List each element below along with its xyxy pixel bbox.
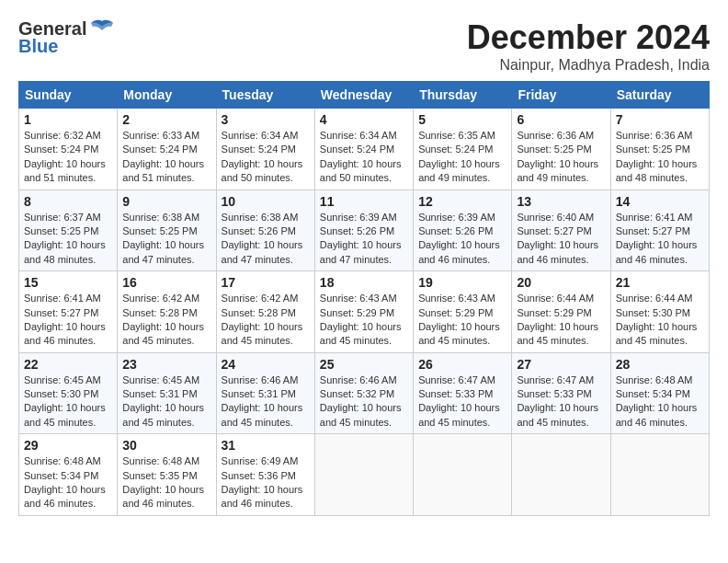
calendar-day-cell: 27 Sunrise: 6:47 AM Sunset: 5:33 PM Dayl… xyxy=(512,352,610,434)
daylight-text: Daylight: 10 hours and 45 minutes. xyxy=(320,321,402,346)
daylight-text: Daylight: 10 hours and 46 minutes. xyxy=(616,402,698,427)
sunrise-text: Sunrise: 6:43 AM xyxy=(320,293,397,304)
sunrise-text: Sunrise: 6:37 AM xyxy=(24,212,101,223)
sunset-text: Sunset: 5:27 PM xyxy=(517,225,591,236)
calendar-day-cell: 1 Sunrise: 6:32 AM Sunset: 5:24 PM Dayli… xyxy=(19,109,118,190)
daylight-text: Daylight: 10 hours and 46 minutes. xyxy=(122,484,204,509)
sunrise-text: Sunrise: 6:39 AM xyxy=(418,212,495,223)
sunrise-text: Sunrise: 6:49 AM xyxy=(222,455,299,466)
sunrise-text: Sunrise: 6:39 AM xyxy=(320,212,397,223)
sunset-text: Sunset: 5:29 PM xyxy=(517,307,591,318)
day-number: 8 xyxy=(24,194,112,209)
calendar-day-cell: 22 Sunrise: 6:45 AM Sunset: 5:30 PM Dayl… xyxy=(19,352,118,434)
calendar-day-cell: 31 Sunrise: 6:49 AM Sunset: 5:36 PM Dayl… xyxy=(216,434,314,516)
sunset-text: Sunset: 5:32 PM xyxy=(320,388,394,399)
calendar-day-cell xyxy=(314,434,413,516)
day-number: 18 xyxy=(320,275,408,290)
col-saturday: Saturday xyxy=(610,82,709,109)
day-number: 5 xyxy=(418,112,506,127)
sunrise-text: Sunrise: 6:33 AM xyxy=(122,130,199,141)
daylight-text: Daylight: 10 hours and 45 minutes. xyxy=(24,402,106,427)
col-monday: Monday xyxy=(118,82,216,109)
sunset-text: Sunset: 5:30 PM xyxy=(24,388,98,399)
daylight-text: Daylight: 10 hours and 46 minutes. xyxy=(517,239,598,264)
calendar-day-cell: 16 Sunrise: 6:42 AM Sunset: 5:28 PM Dayl… xyxy=(118,271,216,353)
day-number: 13 xyxy=(517,194,605,209)
calendar-table: Sunday Monday Tuesday Wednesday Thursday… xyxy=(18,81,710,516)
sunset-text: Sunset: 5:34 PM xyxy=(616,388,690,399)
calendar-day-cell: 2 Sunrise: 6:33 AM Sunset: 5:24 PM Dayli… xyxy=(118,109,216,190)
daylight-text: Daylight: 10 hours and 45 minutes. xyxy=(122,402,204,427)
day-number: 10 xyxy=(222,194,310,209)
daylight-text: Daylight: 10 hours and 47 minutes. xyxy=(320,239,402,264)
calendar-day-cell: 25 Sunrise: 6:46 AM Sunset: 5:32 PM Dayl… xyxy=(314,352,413,434)
daylight-text: Daylight: 10 hours and 49 minutes. xyxy=(418,158,500,183)
location-subtitle: Nainpur, Madhya Pradesh, India xyxy=(467,57,710,74)
sunset-text: Sunset: 5:24 PM xyxy=(24,144,98,155)
daylight-text: Daylight: 10 hours and 45 minutes. xyxy=(122,321,204,346)
calendar-week-row: 29 Sunrise: 6:48 AM Sunset: 5:34 PM Dayl… xyxy=(19,434,710,516)
sunrise-text: Sunrise: 6:36 AM xyxy=(517,130,594,141)
sunset-text: Sunset: 5:29 PM xyxy=(320,307,394,318)
sunrise-text: Sunrise: 6:40 AM xyxy=(517,212,594,223)
sunrise-text: Sunrise: 6:44 AM xyxy=(616,293,693,304)
daylight-text: Daylight: 10 hours and 45 minutes. xyxy=(222,402,303,427)
sunset-text: Sunset: 5:33 PM xyxy=(418,388,493,399)
daylight-text: Daylight: 10 hours and 47 minutes. xyxy=(222,239,303,264)
sunrise-text: Sunrise: 6:45 AM xyxy=(122,374,199,385)
day-number: 19 xyxy=(418,275,506,290)
calendar-day-cell: 23 Sunrise: 6:45 AM Sunset: 5:31 PM Dayl… xyxy=(118,352,216,434)
sunset-text: Sunset: 5:26 PM xyxy=(320,225,394,236)
sunrise-text: Sunrise: 6:45 AM xyxy=(24,374,101,385)
calendar-day-cell: 9 Sunrise: 6:38 AM Sunset: 5:25 PM Dayli… xyxy=(118,190,216,271)
col-wednesday: Wednesday xyxy=(314,82,413,109)
day-number: 12 xyxy=(418,194,506,209)
sunrise-text: Sunrise: 6:42 AM xyxy=(222,293,299,304)
calendar-day-cell: 15 Sunrise: 6:41 AM Sunset: 5:27 PM Dayl… xyxy=(19,271,118,353)
day-number: 17 xyxy=(222,275,310,290)
sunset-text: Sunset: 5:25 PM xyxy=(517,144,591,155)
calendar-day-cell: 14 Sunrise: 6:41 AM Sunset: 5:27 PM Dayl… xyxy=(610,190,709,271)
sunrise-text: Sunrise: 6:44 AM xyxy=(517,293,594,304)
calendar-day-cell: 7 Sunrise: 6:36 AM Sunset: 5:25 PM Dayli… xyxy=(610,109,709,190)
day-number: 31 xyxy=(222,438,310,453)
sunrise-text: Sunrise: 6:48 AM xyxy=(24,455,101,466)
sunset-text: Sunset: 5:36 PM xyxy=(222,470,296,481)
day-number: 16 xyxy=(122,275,210,290)
sunrise-text: Sunrise: 6:42 AM xyxy=(122,293,199,304)
daylight-text: Daylight: 10 hours and 50 minutes. xyxy=(320,158,402,183)
calendar-day-cell: 26 Sunrise: 6:47 AM Sunset: 5:33 PM Dayl… xyxy=(414,352,512,434)
daylight-text: Daylight: 10 hours and 45 minutes. xyxy=(517,402,598,427)
day-number: 14 xyxy=(616,194,704,209)
daylight-text: Daylight: 10 hours and 50 minutes. xyxy=(222,158,303,183)
calendar-day-cell: 30 Sunrise: 6:48 AM Sunset: 5:35 PM Dayl… xyxy=(118,434,216,516)
day-number: 3 xyxy=(222,112,310,127)
calendar-day-cell: 6 Sunrise: 6:36 AM Sunset: 5:25 PM Dayli… xyxy=(512,109,610,190)
sunset-text: Sunset: 5:34 PM xyxy=(24,470,98,481)
col-tuesday: Tuesday xyxy=(216,82,314,109)
day-number: 20 xyxy=(517,275,605,290)
calendar-week-row: 1 Sunrise: 6:32 AM Sunset: 5:24 PM Dayli… xyxy=(19,109,710,190)
day-number: 21 xyxy=(616,275,704,290)
daylight-text: Daylight: 10 hours and 46 minutes. xyxy=(418,239,500,264)
sunrise-text: Sunrise: 6:47 AM xyxy=(517,374,594,385)
daylight-text: Daylight: 10 hours and 46 minutes. xyxy=(24,484,106,509)
col-thursday: Thursday xyxy=(414,82,512,109)
col-sunday: Sunday xyxy=(19,82,118,109)
calendar-day-cell: 29 Sunrise: 6:48 AM Sunset: 5:34 PM Dayl… xyxy=(19,434,118,516)
daylight-text: Daylight: 10 hours and 47 minutes. xyxy=(122,239,204,264)
sunset-text: Sunset: 5:28 PM xyxy=(122,307,197,318)
sunset-text: Sunset: 5:31 PM xyxy=(222,388,296,399)
sunset-text: Sunset: 5:31 PM xyxy=(122,388,197,399)
daylight-text: Daylight: 10 hours and 48 minutes. xyxy=(616,158,698,183)
calendar-day-cell: 17 Sunrise: 6:42 AM Sunset: 5:28 PM Dayl… xyxy=(216,271,314,353)
daylight-text: Daylight: 10 hours and 46 minutes. xyxy=(222,484,303,509)
sunrise-text: Sunrise: 6:46 AM xyxy=(222,374,299,385)
daylight-text: Daylight: 10 hours and 51 minutes. xyxy=(24,158,106,183)
calendar-day-cell: 24 Sunrise: 6:46 AM Sunset: 5:31 PM Dayl… xyxy=(216,352,314,434)
sunset-text: Sunset: 5:29 PM xyxy=(418,307,493,318)
day-number: 11 xyxy=(320,194,408,209)
calendar-day-cell xyxy=(610,434,709,516)
day-number: 25 xyxy=(320,357,408,372)
calendar-day-cell xyxy=(414,434,512,516)
